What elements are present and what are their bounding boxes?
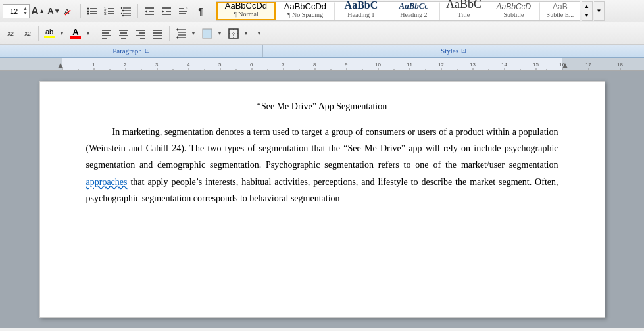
style-heading1[interactable]: AaBbC Heading 1 <box>335 2 387 20</box>
svg-point-20 <box>122 14 124 16</box>
style-normal-preview: AaBbCcDd <box>223 1 269 11</box>
svg-text:1: 1 <box>92 62 95 68</box>
more-paragraph-button[interactable]: ▼ <box>257 26 267 41</box>
clear-formatting-button[interactable]: A <box>62 4 77 18</box>
svg-text:5: 5 <box>218 62 222 68</box>
line-spacing-dropdown[interactable]: ▼ <box>190 26 197 41</box>
svg-rect-62 <box>62 58 562 71</box>
borders-button[interactable] <box>226 26 241 41</box>
shrink-font-button[interactable]: A▼ <box>47 4 61 18</box>
superscript-button[interactable]: x2 <box>3 26 18 41</box>
highlight-color-bar <box>44 36 55 38</box>
toolbar-area: ▲ ▼ A▲ A▼ A <box>0 0 644 58</box>
style-subtle-text: AaB <box>553 2 568 11</box>
svg-text:10: 10 <box>375 62 381 68</box>
svg-text:15: 15 <box>533 62 539 68</box>
style-heading2[interactable]: AaBbCc Heading 2 <box>387 2 440 20</box>
highlight-color-button[interactable]: ab <box>41 26 57 41</box>
svg-text:11: 11 <box>407 62 412 68</box>
toolbar-row1: ▲ ▼ A▲ A▼ A <box>0 0 644 22</box>
borders-dropdown[interactable]: ▼ <box>243 26 249 41</box>
bullet-list-button[interactable] <box>84 4 100 18</box>
align-right-button[interactable] <box>133 26 149 41</box>
subscript-button[interactable]: x2 <box>20 26 36 41</box>
svg-rect-60 <box>0 58 62 71</box>
ruler-svg: 1 2 3 4 5 6 7 8 9 10 11 12 13 <box>0 58 644 71</box>
divider1 <box>80 4 81 18</box>
paragraph-label-text: Paragraph <box>112 47 142 55</box>
style-normal[interactable]: AaBbCcDd ¶ Normal <box>216 2 276 20</box>
numbered-list-button[interactable]: 1. 2. 3. <box>101 4 117 18</box>
style-title-label: Title <box>458 11 470 18</box>
svg-text:13: 13 <box>470 62 476 68</box>
svg-text:8: 8 <box>313 62 316 68</box>
toolbar-row2: x2 x2 ab ▼ A ▼ <box>0 22 644 45</box>
style-title-preview: AaBbC <box>446 0 482 11</box>
style-subtitle[interactable]: AaBbCcD Subtitle <box>487 2 540 20</box>
document-paragraph[interactable]: In marketing, segmentation denotes a ter… <box>86 124 558 207</box>
svg-point-4 <box>87 10 89 12</box>
sort-button[interactable]: ↑↓ <box>176 4 191 18</box>
svg-marker-55 <box>176 36 178 39</box>
style-title[interactable]: AaBbC Title <box>440 2 487 20</box>
font-size-input[interactable] <box>5 7 23 15</box>
svg-text:16: 16 <box>559 62 565 68</box>
divider4 <box>38 26 39 41</box>
font-size-control[interactable]: ▲ ▼ <box>3 4 30 18</box>
svg-marker-27 <box>162 10 164 13</box>
divider7 <box>253 26 253 41</box>
style-subtitle-preview: AaBbCcD <box>493 2 534 11</box>
multilevel-list-button[interactable] <box>118 4 134 18</box>
document-body[interactable]: In marketing, segmentation denotes a ter… <box>86 124 558 207</box>
svg-text:4: 4 <box>187 62 190 68</box>
font-size-down-arrow[interactable]: ▼ <box>23 11 28 16</box>
style-heading1-preview: AaBbC <box>341 0 382 11</box>
grow-font-button[interactable]: A▲ <box>31 4 45 18</box>
highlight-dropdown-arrow[interactable]: ▼ <box>59 26 65 41</box>
divider3 <box>212 4 212 18</box>
style-heading2-preview: AaBbCc <box>393 1 434 11</box>
svg-text:7: 7 <box>282 62 285 68</box>
shading-button[interactable] <box>199 26 215 41</box>
svg-marker-23 <box>145 10 147 13</box>
font-color-dropdown-arrow[interactable]: ▼ <box>85 26 91 41</box>
svg-text:6: 6 <box>250 62 253 68</box>
style-subtitle-text: AaBbCcD <box>497 2 532 11</box>
svg-point-6 <box>87 13 89 14</box>
svg-text:14: 14 <box>501 62 507 68</box>
svg-text:12: 12 <box>438 62 444 68</box>
paragraph-expand-icon[interactable]: ⊡ <box>145 47 150 54</box>
styles-label-text: Styles <box>441 47 458 55</box>
font-color-button[interactable]: A <box>68 26 84 41</box>
decrease-indent-button[interactable] <box>141 4 157 18</box>
align-left-button[interactable] <box>99 26 114 41</box>
svg-point-16 <box>122 9 124 11</box>
style-subtle[interactable]: AaB Subtle E... <box>540 2 580 20</box>
style-no-spacing-preview: AaBbCcDd <box>282 1 329 11</box>
style-subtle-preview: AaB <box>546 2 574 11</box>
font-color-icon: A <box>72 28 78 36</box>
styles-more-button[interactable]: ▼ <box>594 1 605 21</box>
styles-expand-icon[interactable]: ⊡ <box>461 47 466 54</box>
hyperlink-approaches[interactable]: approaches <box>86 177 128 187</box>
styles-scroll-down[interactable]: ▼ <box>582 11 592 20</box>
ruler: 1 2 3 4 5 6 7 8 9 10 11 12 13 <box>0 58 644 71</box>
style-no-spacing-text: AaBbCcDd <box>284 1 326 11</box>
svg-text:9: 9 <box>345 62 348 68</box>
divider5 <box>95 26 95 41</box>
style-heading2-label: Heading 2 <box>400 11 427 18</box>
style-normal-text: AaBbCcDd <box>225 1 267 11</box>
style-normal-label: ¶ Normal <box>234 11 259 18</box>
justify-button[interactable] <box>150 26 166 41</box>
font-color-bar <box>70 36 81 39</box>
style-no-spacing[interactable]: AaBbCcDd ¶ No Spacing <box>276 2 335 20</box>
style-heading1-text: AaBbC <box>345 0 378 11</box>
line-spacing-button[interactable] <box>173 26 189 41</box>
svg-text:3.: 3. <box>104 12 107 16</box>
align-center-button[interactable] <box>116 26 132 41</box>
increase-indent-button[interactable] <box>159 4 174 18</box>
font-size-arrows: ▲ ▼ <box>23 7 28 16</box>
styles-scroll-up[interactable]: ▲ <box>582 2 592 11</box>
shading-dropdown[interactable]: ▼ <box>216 26 223 41</box>
show-formatting-button[interactable]: ¶ <box>193 4 209 18</box>
